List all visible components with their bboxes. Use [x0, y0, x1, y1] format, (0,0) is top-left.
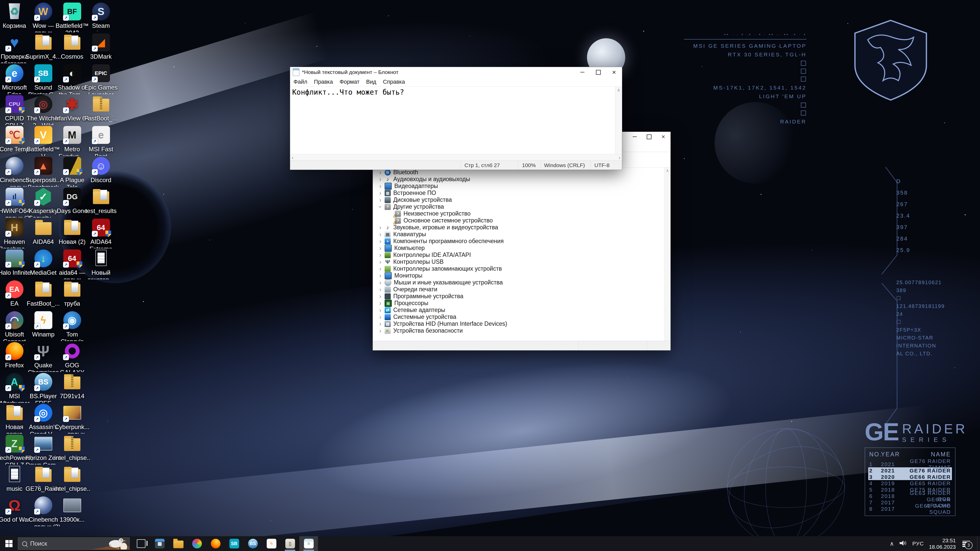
desktop-icon-techpowerup-gpu-z[interactable]: Z↗TechPowerUp GPU-Z: [0, 433, 29, 465]
desktop-icon-health-check[interactable]: ♥↗Проверка работоспо...: [0, 32, 29, 63]
device-tree-item[interactable]: ›▤Устройства HID (Human Interface Device…: [376, 321, 664, 327]
chevron-right-icon[interactable]: ›: [376, 224, 384, 230]
notepad-text-area[interactable]: Конфликт...Что может быть?: [290, 87, 615, 154]
start-button[interactable]: [0, 536, 18, 551]
device-tree-item[interactable]: ›+Компоненты программного обеспечения: [376, 238, 664, 245]
menu-item-2[interactable]: Формат: [336, 79, 363, 85]
chevron-right-icon[interactable]: ›: [376, 321, 384, 327]
taskbar-notepad[interactable]: ≡: [299, 536, 318, 551]
close-button[interactable]: ×: [656, 132, 670, 141]
desktop-icon-epic-games-launcher[interactable]: EPIC↗Epic Games Launcher: [86, 63, 115, 94]
device-tree-item[interactable]: ›Программные устройства: [376, 293, 664, 300]
desktop-icon-horizon-zero-dawn[interactable]: ↗Horizon Zero Dawn Com...: [29, 433, 58, 465]
chevron-right-icon[interactable]: ›: [376, 238, 384, 245]
desktop-icon-test-results-folder[interactable]: test_results: [86, 187, 115, 218]
taskbar-calculator[interactable]: ▦: [150, 536, 169, 551]
desktop-icon-irfanview-64[interactable]: ✱↗IrfanView 64: [58, 94, 86, 125]
desktop-icon-hwinfo64[interactable]: ıl↗HWiNFO64 — ярлык (2): [0, 187, 29, 218]
desktop-icon-discord[interactable]: ☺↗Discord: [86, 156, 115, 187]
taskbar-bs-player[interactable]: BS: [243, 536, 262, 551]
minimize-button[interactable]: [574, 67, 590, 77]
desktop-icon-msi-afterburner[interactable]: A↗MSI Afterburner: [0, 372, 29, 403]
desktop-icon-halo-infinite[interactable]: ↗Halo Infinite: [0, 248, 29, 279]
device-tree-item[interactable]: ›Очереди печати: [376, 286, 664, 293]
device-tree-item[interactable]: ›KУстройства безопасности: [376, 327, 664, 334]
desktop-icon-recycle-bin[interactable]: ♻Корзина: [0, 2, 29, 32]
desktop-icon-god-of-war[interactable]: Ω↗God of War: [0, 495, 29, 526]
chevron-right-icon[interactable]: ›: [376, 231, 384, 238]
desktop-icon-firefox[interactable]: ↗Firefox: [0, 341, 29, 372]
chevron-right-icon[interactable]: ›: [376, 273, 384, 279]
desktop-icon-shadow-of-tomb-raider[interactable]: ◐↗Shadow of the Tom...: [58, 63, 86, 94]
chevron-right-icon[interactable]: ›: [376, 314, 384, 320]
show-desktop-button[interactable]: [977, 536, 980, 551]
desktop-icon-cinebench-2[interactable]: ↗Cinebench — ярлык (2): [29, 495, 58, 526]
desktop-icon-intel-chipset-zip[interactable]: intel_chipse...: [58, 433, 86, 465]
desktop-icon-truba-folder[interactable]: труба: [58, 279, 86, 310]
desktop-icon-days-gone[interactable]: DG↗Days Gone: [58, 187, 86, 218]
taskbar-file-explorer[interactable]: [169, 536, 188, 551]
chevron-right-icon[interactable]: ›: [376, 183, 384, 189]
taskbar-paint[interactable]: [188, 536, 206, 551]
language-indicator[interactable]: РУС: [912, 540, 924, 547]
scrollbar[interactable]: ∧: [664, 168, 670, 341]
taskbar-firefox[interactable]: [206, 536, 225, 551]
device-tree-item[interactable]: ›Контроллеры запоминающих устройств: [376, 265, 664, 272]
desktop-icon-battlefield-v[interactable]: V↗Battlefield™ V: [29, 125, 58, 156]
desktop-icon-sound-blaster-command[interactable]: SB↗Sound Blaster C...: [29, 63, 58, 94]
desktop-icon-winamp[interactable]: ϟ↗Winamp: [29, 310, 58, 341]
chevron-right-icon[interactable]: ›: [376, 176, 384, 183]
desktop-icon-ubisoft-connect[interactable]: ◠↗Ubisoft Connect: [0, 310, 29, 341]
desktop-icon-aida64-extreme[interactable]: 64↗AIDA64 Extreme: [86, 218, 115, 248]
maximize-button[interactable]: [590, 67, 606, 77]
desktop-icon-quake-champions[interactable]: Ψ↗Quake Champions: [29, 341, 58, 372]
desktop-icon-music-doc[interactable]: music: [0, 465, 29, 495]
device-tree-item[interactable]: ›Мыши и иные указывающие устройства: [376, 279, 664, 286]
device-tree-item[interactable]: ›♪Аудиовходы и аудиовыходы: [376, 176, 664, 183]
desktop-icon-7d91v14-zip[interactable]: 7D91v14: [58, 372, 86, 403]
taskbar-device-app[interactable]: ▯: [281, 536, 299, 551]
device-tree-item[interactable]: ›Контроллеры IDE ATA/ATAPI: [376, 251, 664, 259]
chevron-right-icon[interactable]: ›: [376, 279, 384, 286]
desktop-icon-cinebench[interactable]: ↗Cinebench — ярлык: [0, 156, 29, 187]
desktop-icon-ge76-raider-folder[interactable]: GE76_Raider: [29, 465, 58, 495]
chevron-right-icon[interactable]: ›: [376, 286, 384, 292]
desktop-icon-novaya-2-folder[interactable]: Новая (2): [58, 218, 86, 248]
device-tree-item[interactable]: ›Мониторы: [376, 272, 664, 279]
desktop-icon-new-text-document[interactable]: Новый текстов...: [86, 248, 115, 279]
device-tree-item[interactable]: ›BBluetooth: [376, 169, 664, 176]
maximize-button[interactable]: [642, 132, 656, 141]
taskbar-search[interactable]: Поиск: [18, 537, 130, 550]
taskbar-task-view[interactable]: [132, 536, 150, 551]
desktop-icon-fastboot-folder[interactable]: FastBoot_...: [29, 279, 58, 310]
chevron-right-icon[interactable]: ›: [376, 300, 384, 306]
desktop-icon-gog-galaxy[interactable]: ↗GOG GALAXY: [58, 341, 86, 372]
menu-item-3[interactable]: Вид: [363, 79, 380, 85]
chevron-right-icon[interactable]: ›: [376, 307, 384, 313]
volume-icon[interactable]: [899, 540, 907, 548]
chevron-right-icon[interactable]: ›: [376, 169, 384, 176]
minimize-button[interactable]: [628, 132, 642, 141]
chevron-right-icon[interactable]: ›: [376, 266, 384, 272]
desktop-icon-battlefield-2042[interactable]: BF↗Battlefield™ 2042: [58, 2, 86, 32]
desktop-icon-metro-exodus[interactable]: M↗Metro Exodus ...: [58, 125, 86, 156]
chevron-right-icon[interactable]: ›: [376, 259, 384, 265]
desktop-icon-ghost-recon[interactable]: ◉↗Tom Clancy's Ghost Reco...: [58, 310, 86, 341]
chevron-right-icon[interactable]: ›: [376, 245, 384, 251]
device-tree-item[interactable]: ›▤Клавиатуры: [376, 231, 664, 238]
scroll-up-icon[interactable]: ∧: [617, 87, 620, 93]
desktop-icon-13900k-image[interactable]: 13900к...: [58, 495, 86, 526]
desktop-icon-aida64-shortcut[interactable]: 64↗aida64 — ярлык: [58, 248, 86, 279]
desktop-icon-kaspersky-security[interactable]: ✓↗Kaspersky Security ...: [29, 187, 58, 218]
device-tree-item[interactable]: ›Видеоадаптеры: [376, 183, 664, 189]
chevron-right-icon[interactable]: ›: [376, 328, 384, 334]
notification-center-icon[interactable]: 3: [961, 538, 972, 549]
desktop-icon-cosmos-folder[interactable]: Cosmos: [58, 32, 86, 63]
desktop-icon-heaven-benchmark[interactable]: H↗Heaven Benchma...: [0, 218, 29, 248]
menu-item-1[interactable]: Правка: [310, 79, 336, 85]
vertical-scrollbar[interactable]: ∧: [615, 87, 622, 154]
desktop-icon-msi-fast-boot[interactable]: e↗MSI Fast Boot: [86, 125, 115, 156]
horizontal-scrollbar[interactable]: ‹ ›: [290, 154, 622, 160]
close-button[interactable]: ×: [606, 67, 622, 77]
desktop-icon-mediaget[interactable]: ↓↗MediaGet: [29, 248, 58, 279]
